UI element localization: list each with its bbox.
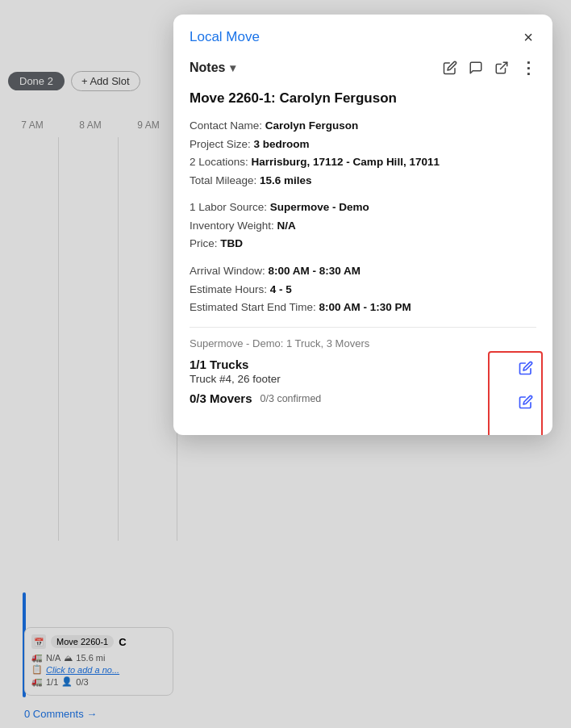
mileage-row: Total Mileage: 15.6 miles (190, 173, 536, 189)
contact-value: Carolyn Ferguson (265, 119, 359, 132)
resource-header: Supermove - Demo: 1 Truck, 3 Movers (190, 337, 536, 349)
inventory-value: N/A (277, 220, 296, 232)
contact-label: Contact Name: (190, 119, 265, 132)
labor-row: 1 Labor Source: Supermove - Demo (190, 199, 536, 215)
arrival-row: Arrival Window: 8:00 AM - 8:30 AM (190, 263, 536, 279)
trucks-edit-button[interactable] (515, 358, 536, 379)
svg-line-0 (501, 62, 507, 69)
end-value: 8:00 AM - 1:30 PM (319, 301, 411, 313)
project-label: Project Size: (190, 138, 254, 150)
end-label: Estimated Start End Time: (190, 301, 319, 313)
modal-header: Local Move × (173, 15, 552, 55)
modal-close-button[interactable]: × (520, 27, 536, 47)
arrival-value: 8:00 AM - 8:30 AM (269, 265, 361, 277)
labor-label: 1 Labor Source: (190, 201, 270, 213)
price-row: Price: TBD (190, 236, 536, 252)
info-block-3: Arrival Window: 8:00 AM - 8:30 AM Estima… (190, 263, 536, 316)
estimate-row: Estimate Hours: 4 - 5 (190, 282, 536, 298)
info-block-1: Contact Name: Carolyn Ferguson Project S… (190, 118, 536, 188)
resource-section: 1/1 Trucks Truck #4, 26 footer 0/3 Mover… (190, 358, 536, 412)
toolbar-icons: ⋮ (443, 58, 536, 77)
external-link-icon[interactable] (494, 61, 509, 75)
trucks-label: 1/1 Trucks (190, 358, 281, 371)
divider (190, 327, 536, 328)
arrival-label: Arrival Window: (190, 265, 269, 277)
move-title: Move 2260-1: Carolyn Ferguson (190, 90, 536, 107)
end-time-row: Estimated Start End Time: 8:00 AM - 1:30… (190, 299, 536, 316)
locations-row: 2 Locations: Harrisburg, 17112 - Camp Hi… (190, 154, 536, 170)
movers-row: 0/3 Movers 0/3 confirmed (190, 391, 536, 412)
mileage-value: 15.6 miles (260, 174, 312, 186)
price-value: TBD (220, 237, 243, 249)
locations-value: Harrisburg, 17112 - Camp Hill, 17011 (252, 156, 440, 168)
project-row: Project Size: 3 bedroom (190, 136, 536, 153)
labor-value: Supermove - Demo (270, 201, 369, 213)
notes-label: Notes (190, 61, 225, 75)
inventory-label: Inventory Weight: (190, 220, 277, 232)
movers-edit-button[interactable] (515, 391, 536, 412)
modal-body: Move 2260-1: Carolyn Ferguson Contact Na… (173, 87, 552, 435)
comment-icon[interactable] (469, 61, 483, 75)
estimate-value: 4 - 5 (270, 283, 292, 295)
contact-row: Contact Name: Carolyn Ferguson (190, 118, 536, 134)
locations-label: 2 Locations: (190, 156, 252, 168)
modal-toolbar: Notes ▾ ⋮ (173, 55, 552, 87)
modal-title: Local Move (190, 29, 260, 45)
trucks-info: 1/1 Trucks Truck #4, 26 footer (190, 358, 281, 391)
info-block-2: 1 Labor Source: Supermove - Demo Invento… (190, 199, 536, 252)
price-label: Price: (190, 237, 220, 249)
movers-confirmed: 0/3 confirmed (260, 393, 322, 404)
project-value: 3 bedroom (254, 138, 310, 150)
trucks-row: 1/1 Trucks Truck #4, 26 footer (190, 358, 536, 391)
more-options-icon[interactable]: ⋮ (520, 58, 536, 77)
inventory-row: Inventory Weight: N/A (190, 218, 536, 234)
movers-info: 0/3 Movers 0/3 confirmed (190, 391, 321, 407)
mileage-label: Total Mileage: (190, 174, 260, 186)
estimate-label: Estimate Hours: (190, 283, 270, 295)
movers-label: 0/3 Movers (190, 391, 252, 405)
trucks-detail: Truck #4, 26 footer (190, 373, 281, 385)
modal: Local Move × Notes ▾ (173, 15, 552, 435)
chevron-down-icon[interactable]: ▾ (230, 61, 235, 74)
edit-icon[interactable] (443, 61, 457, 75)
notes-dropdown[interactable]: Notes ▾ (190, 61, 235, 75)
